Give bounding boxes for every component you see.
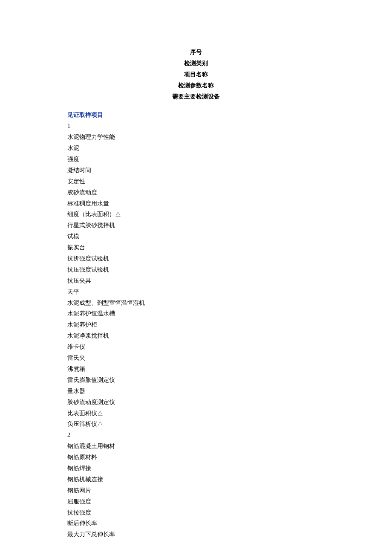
- list-item: 钢筋混凝土用钢材: [67, 441, 325, 452]
- list-item: 负压筛析仪△: [67, 419, 325, 430]
- list-item: 抗折强度试验机: [67, 253, 325, 264]
- header-col-category: 检测类别: [67, 58, 325, 69]
- list-item: 2: [67, 430, 325, 441]
- list-item: 标准稠度用水量: [67, 198, 325, 209]
- list-item: 凝结时间: [67, 165, 325, 176]
- header-col-project: 项目名称: [67, 69, 325, 80]
- list-item: 安定性: [67, 176, 325, 187]
- header-block: 序号 检测类别 项目名称 检测参数名称 需要主要检测设备: [67, 47, 325, 102]
- list-item: 天平: [67, 286, 325, 298]
- list-item: 细度（比表面积）△: [67, 209, 325, 220]
- list-item: 沸煮箱: [67, 364, 325, 375]
- list-item: 钢筋原材料: [67, 452, 325, 463]
- list-item: 钢筋焊接: [67, 463, 325, 474]
- list-item: 抗压夹具: [67, 275, 325, 286]
- document-page: 序号 检测类别 项目名称 检测参数名称 需要主要检测设备 见证取样项目 1 水泥…: [0, 0, 392, 555]
- list-item: 屈服强度: [67, 496, 325, 507]
- list-item: 量水器: [67, 386, 325, 397]
- list-item: 试模: [67, 231, 325, 242]
- list-item: 胶砂流动度: [67, 187, 325, 198]
- list-item: 1: [67, 121, 325, 132]
- list-item: 水泥养护柜: [67, 319, 325, 330]
- header-col-seq: 序号: [67, 47, 325, 58]
- header-col-equipment: 需要主要检测设备: [67, 91, 325, 102]
- list-item: 振实台: [67, 242, 325, 253]
- list-item: 水泥成型、剖型室恒温恒湿机: [67, 298, 325, 309]
- list-item: 比表面积仪△: [67, 408, 325, 419]
- list-item: 强度: [67, 154, 325, 165]
- section-title: 见证取样项目: [67, 110, 325, 121]
- list-item: 维卡仪: [67, 341, 325, 353]
- list-item: 钢筋网片: [67, 485, 325, 496]
- list-item: 雷氏夹: [67, 353, 325, 364]
- list-item: 抗拉强度: [67, 507, 325, 518]
- list-item: 钢筋机械连接: [67, 474, 325, 485]
- list-item: 雷氏膨胀值测定仪: [67, 375, 325, 386]
- list-item: 抗压强度试验机: [67, 264, 325, 275]
- list-item: 水泥: [67, 143, 325, 154]
- list-item: 水泥养护恒温水槽: [67, 308, 325, 319]
- list-item: 断后伸长率: [67, 518, 325, 529]
- header-col-param: 检测参数名称: [67, 80, 325, 91]
- list-item: 胶砂流动度测定仪: [67, 397, 325, 408]
- list-item: 最大力下总伸长率: [67, 529, 325, 540]
- list-item: 行星式胶砂搅拌机: [67, 220, 325, 231]
- list-item: 水泥物理力学性能: [67, 132, 325, 143]
- list-item: 水泥净浆搅拌机: [67, 330, 325, 341]
